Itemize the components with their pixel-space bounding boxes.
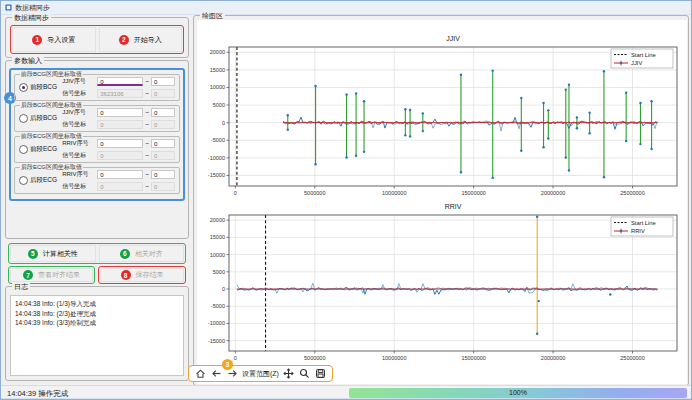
rear-bcg-coord-start-input[interactable]: 0 [97,120,143,129]
app-icon [5,4,12,11]
rear-ecg-group: 后段ECG区间坐标取值后段ECGRRIV序号0~0信号坐标0~0 [14,167,180,194]
front-ecg-group: 前段ECG区间坐标取值前段ECGRRIV序号0~0信号坐标0~0 [14,136,180,163]
rear-bcg-index-start-input[interactable]: 0 [97,108,143,117]
range-separator: ~ [145,121,149,128]
front-bcg-coord-start-input[interactable]: 3623106 [97,89,143,98]
step-badge-1: 1 [32,35,42,45]
view-align-result-button[interactable]: 7查看对齐结果 [10,268,93,282]
parameters-group: 参数输入 4 前段BCG区间坐标取值前段BCGJJIV序号0~0信号坐标3623… [5,60,189,239]
field-label: RRIV序号 [62,139,95,148]
log-output[interactable]: 14:04:38 Info: (1/3)导入完成14:04:38 Info: (… [10,295,184,376]
rear-ecg-coord-end-input[interactable]: 0 [151,182,175,191]
svg-text:RRIV: RRIV [445,203,462,210]
home-button[interactable] [194,368,206,380]
svg-text:10000000: 10000000 [382,355,406,361]
svg-text:25000000: 25000000 [620,190,644,196]
legend: Start LineRRIV [611,217,673,236]
plot-area-group: 绘图区 050000001000000015000000200000002500… [193,15,689,386]
svg-text:0: 0 [222,286,225,292]
svg-text:10000: 10000 [210,84,225,90]
front-ecg-radio[interactable]: 前段ECG [19,145,62,154]
save-icon [315,368,326,379]
home-icon [195,368,206,379]
back-arrow-icon [211,368,222,379]
svg-text:JJIV: JJIV [631,60,642,66]
save-button[interactable] [315,368,327,380]
radio-icon [19,83,28,92]
rear-ecg-index-start-input[interactable]: 0 [97,170,143,179]
status-text: 14:04:39 操作完成 [7,389,68,399]
figure-area: 0500000010000000150000002000000025000000… [197,20,687,384]
legend: Start LineJJIV [611,49,673,68]
button-label: 保存结果 [136,270,164,280]
correlation-align-button[interactable]: 6相关对齐 [99,245,185,262]
back-button[interactable] [210,368,222,380]
front-bcg-group: 前段BCG区间坐标取值前段BCGJJIV序号0~0信号坐标3623106~0 [14,74,180,101]
svg-text:15000: 15000 [210,234,225,240]
rear-bcg-index-end-input[interactable]: 0 [151,108,175,117]
front-bcg-index-end-input[interactable]: 0 [151,77,175,86]
front-ecg-index-end-input[interactable]: 0 [151,139,175,148]
log-entry: 14:04:38 Info: (2/3)处理完成 [15,309,179,319]
button-label: 计算相关性 [43,249,78,259]
log-group: 日志 14:04:38 Info: (1/3)导入完成14:04:38 Info… [5,286,189,381]
rear-bcg-coord-end-input[interactable]: 0 [151,120,175,129]
svg-text:10000000: 10000000 [382,190,406,196]
front-bcg-coord-end-input[interactable]: 0 [151,89,175,98]
subgroup-title: 后段BCG区间坐标取值 [20,102,83,109]
svg-text:0: 0 [234,355,237,361]
svg-text:5000000: 5000000 [304,355,325,361]
save-result-box: 8保存结果 [98,266,186,284]
svg-text:RRIV: RRIV [631,228,645,234]
front-bcg-radio[interactable]: 前段BCG [19,83,62,92]
range-separator: ~ [145,171,149,178]
main-area: 数据精同步 1导入设置2开始导入 参数输入 4 前段BCG区间坐标取值前段BCG… [1,14,692,385]
range-separator: ~ [145,109,149,116]
set-range-button[interactable]: 设置范围(Z) [242,369,279,379]
radio-icon [19,145,28,154]
rear-ecg-coord-start-input[interactable]: 0 [97,182,143,191]
zoom-button[interactable] [299,368,311,380]
pan-button[interactable] [283,368,295,380]
range-separator: ~ [145,183,149,190]
save-result-button[interactable]: 8保存结果 [100,268,184,282]
button-label: 开始导入 [134,35,162,45]
window-title: 数据精同步 [15,3,50,13]
import-settings-button[interactable]: 1导入设置 [12,27,96,52]
field-label: RRIV序号 [62,170,95,179]
radio-label: 后段ECG [30,176,57,185]
step-badge-2: 2 [119,35,129,45]
svg-text:-15000: -15000 [208,172,225,178]
front-bcg-index-start-input[interactable]: 0 [97,77,143,86]
front-ecg-coord-start-input[interactable]: 0 [97,151,143,160]
front-ecg-index-start-input[interactable]: 0 [97,139,143,148]
rear-ecg-index-end-input[interactable]: 0 [151,170,175,179]
field-label: 信号坐标 [62,120,95,129]
compute-correlation-button[interactable]: 5计算相关性 [10,245,96,262]
rear-bcg-group: 后段BCG区间坐标取值后段BCGJJIV序号0~0信号坐标0~0 [14,105,180,132]
rriv-chart[interactable]: 0500000010000000150000002000000025000000… [199,199,685,365]
svg-text:0: 0 [222,120,225,126]
group-title: 数据精同步 [12,14,51,22]
view-result-box: 7查看对齐结果 [8,266,95,284]
field-label: JJIV序号 [62,108,95,117]
group-title: 日志 [12,283,30,291]
step-badge-5: 5 [28,249,38,259]
jjiv-chart[interactable]: 0500000010000000150000002000000025000000… [199,31,685,199]
range-separator: ~ [145,90,149,97]
rear-bcg-radio[interactable]: 后段BCG [19,114,62,123]
import-buttons-box: 1导入设置2开始导入 [10,25,184,54]
svg-text:20000: 20000 [210,49,225,55]
svg-text:15000000: 15000000 [461,355,485,361]
progress-bar: 100% [349,388,687,398]
svg-text:15000000: 15000000 [461,190,485,196]
subgroup-title: 后段ECG区间坐标取值 [20,164,83,171]
svg-text:-15000: -15000 [208,338,225,344]
rear-ecg-radio[interactable]: 后段ECG [19,176,62,185]
data-sync-group: 数据精同步 1导入设置2开始导入 [5,17,189,58]
front-ecg-coord-end-input[interactable]: 0 [151,151,175,160]
step-badge-6: 6 [120,249,130,259]
svg-text:5000: 5000 [213,102,225,108]
start-import-button[interactable]: 2开始导入 [99,27,183,52]
progress-value: 100% [509,389,527,396]
